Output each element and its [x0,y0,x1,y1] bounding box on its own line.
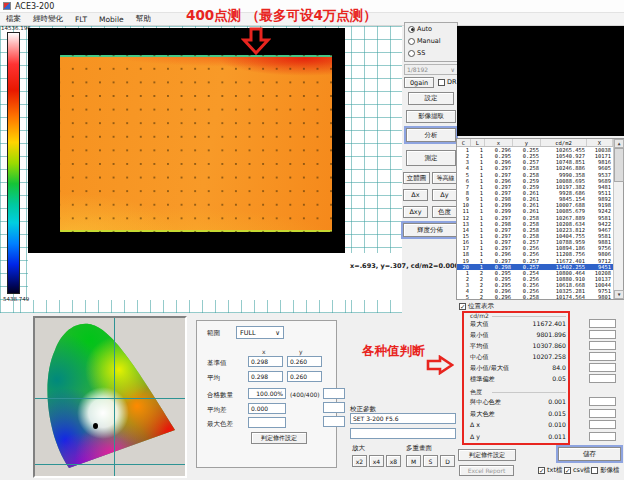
stat-limit-box[interactable] [589,363,616,372]
multi-view-buttons: MSD [406,455,455,467]
stat-limit-box[interactable] [589,352,616,361]
position-display-checkbox-box[interactable]: ✓ [459,303,466,310]
luminance-colorbar [7,32,20,294]
mode-radio-manual[interactable]: Manual [405,35,457,47]
dr-checkbox-box[interactable] [438,79,445,86]
multi-s-button[interactable]: S [423,455,438,467]
results-table-body[interactable]: 110.2960.25510265.45510038210.2950.25510… [457,147,623,301]
stat-chroma-row: Δ x0.010 [470,421,566,428]
scrollbar-thumb[interactable] [614,148,624,182]
stat-limit-box[interactable] [589,420,616,429]
dr-checkbox[interactable]: DR [438,78,457,86]
stat-lum-row: 平均值10307.860 [470,342,566,351]
txt-file-checkbox[interactable]: ✓txt檔 [538,466,562,475]
cursor-readout: x=.693, y=.307, cd/m2=0.000 [350,262,459,270]
contour-button[interactable]: 等高線 [432,172,459,184]
stat-limit-box[interactable] [589,432,616,441]
calibration-value-field[interactable]: SET 3-200 F5.6 [350,413,456,424]
table-row[interactable]: 520.2960.25810174.5649801 [457,294,623,300]
chroma-group-label: 色度 [470,388,482,397]
gain-button[interactable]: 0gain [404,77,434,88]
avg-diff-side-field[interactable] [323,402,345,413]
shutter-dropdown[interactable]: 1/8192∨ [404,64,458,75]
results-table[interactable]: CLxycd/m2X 110.2960.25510265.45510038210… [456,138,624,300]
radio-icon[interactable] [408,26,415,33]
radio-icon[interactable] [408,50,415,57]
app-icon [3,2,11,10]
menu-item-3[interactable]: Mobile [99,15,124,24]
zoom-buttons: x2x4x8 [352,455,401,467]
menu-item-2[interactable]: FLT [75,15,87,24]
calibration-empty-field[interactable] [350,428,456,439]
mode-radio-ss[interactable]: SS [405,47,457,59]
stat-limit-box[interactable] [589,397,616,406]
excel-report-button[interactable]: Excel Report [459,465,514,476]
avg-diff-field[interactable]: 0.000 [248,403,286,414]
menu-item-1[interactable]: 經時變化 [33,14,63,24]
mode-radio-auto[interactable]: Auto [405,23,457,35]
colorbar-min-label: 5438.749 [3,296,29,302]
max-color-diff-label: 最大色差 [207,420,233,429]
reference-y-field[interactable]: 0.260 [287,356,322,367]
average-y-field[interactable]: 0.260 [287,371,322,382]
scroll-down-icon[interactable]: ▼ [614,290,624,299]
judge-condition-button[interactable]: 判定條件設定 [458,449,516,461]
menu-item-4[interactable]: 幫助 [136,14,151,24]
save-button[interactable]: 儲存 [558,447,621,461]
stat-limit-box[interactable] [589,330,616,339]
position-display-checkbox[interactable]: ✓ 位置表示 [459,302,494,311]
table-header-L: L [471,139,485,146]
csv-file-checkbox[interactable]: ✓csv檔 [564,466,590,475]
max-color-diff-field[interactable] [248,417,286,428]
graph-3d-button[interactable]: 立體圖 [403,172,430,184]
measurement-points-grid [60,55,332,232]
reference-x-field[interactable]: 0.298 [248,356,283,367]
annotation-judge-note: 各种值判断 [362,343,425,360]
zoom-x2-button[interactable]: x2 [352,455,367,467]
stat-limit-box[interactable] [589,374,616,383]
stat-limit-box[interactable] [589,341,616,350]
average-label: 平均 [207,374,220,383]
settings-button[interactable]: 設定 [408,92,454,105]
max-diff-side-field[interactable] [323,416,345,427]
menu-item-0[interactable]: 檔案 [6,14,21,24]
delta-x-button[interactable]: Δx [403,189,428,201]
pass-count-label: 合格數量 [207,391,233,400]
scroll-up-icon[interactable]: ▲ [614,139,624,148]
zoom-x4-button[interactable]: x4 [369,455,384,467]
results-table-header: CLxycd/m2X [457,139,623,147]
analyze-button[interactable]: 分析 [406,128,456,142]
cie-chromaticity-diagram[interactable] [33,316,187,478]
measure-button[interactable]: 測定 [406,150,456,166]
judge-condition-button-left[interactable]: 判定條件設定 [251,432,307,444]
stat-lum-row: 最小值/最大值84.0 [470,364,566,373]
range-dropdown[interactable]: FULL∨ [236,326,284,339]
multi-m-button[interactable]: M [406,455,421,467]
stat-lum-row: 標準偏差0.05 [470,375,566,384]
measurement-viewport[interactable] [28,28,345,253]
chevron-down-icon: ∨ [451,66,455,73]
stat-limit-box[interactable] [589,319,616,328]
radio-icon[interactable] [408,38,415,45]
delta-xy-button[interactable]: Δxy [403,206,428,218]
luminance-distribution-button[interactable]: 輝度分佈 [403,223,457,237]
zoom-group-label: 放大 [352,444,365,453]
camera-preview [457,26,624,136]
table-header-cd/m2: cd/m2 [541,139,587,146]
status-area [28,253,402,300]
chevron-down-icon: ∨ [275,329,280,337]
multi-view-label: 多重畫面 [406,444,432,453]
zoom-x8-button[interactable]: x8 [386,455,401,467]
pass-percent-field[interactable]: 100.00% [248,388,286,399]
pass-side-field[interactable] [323,388,345,399]
colorbar-max-label: 14536.196 [1,25,31,31]
image-capture-button[interactable]: 影像擷取 [406,110,456,123]
table-scrollbar[interactable]: ▲ ▼ [613,139,623,299]
chromaticity-button[interactable]: 色度 [432,206,457,218]
image-file-checkbox[interactable]: 影像檔 [591,466,620,475]
stat-limit-box[interactable] [589,409,616,418]
multi-d-button[interactable]: D [440,455,455,467]
delta-y-button[interactable]: Δy [432,189,457,201]
reference-label: 基準值 [207,359,227,368]
average-x-field[interactable]: 0.298 [248,371,283,382]
